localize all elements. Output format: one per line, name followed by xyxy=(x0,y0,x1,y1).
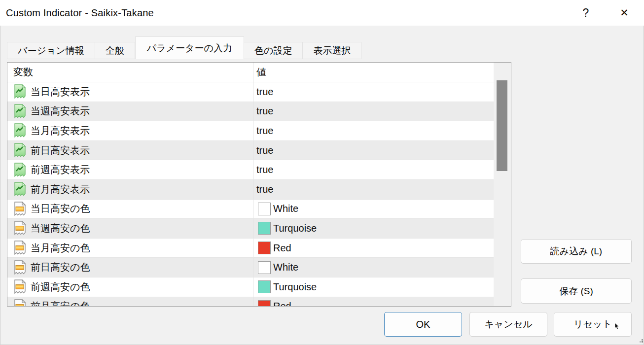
tab-1[interactable]: 全般 xyxy=(95,42,135,59)
close-button[interactable]: ✕ xyxy=(608,0,640,26)
param-value-cell[interactable]: true xyxy=(253,82,511,102)
param-value-label: White xyxy=(273,203,298,214)
custom-indicator-dialog: Custom Indicator - Saikix-Takane ? ✕ バージ… xyxy=(0,0,644,345)
tab-3[interactable]: 色の設定 xyxy=(244,42,303,59)
column-header-value: 値 xyxy=(253,63,511,82)
param-value-label: Red xyxy=(273,301,291,307)
input-color-icon xyxy=(13,299,27,307)
param-name-cell: 前日高安表示 xyxy=(7,143,253,158)
tab-0[interactable]: バージョン情報 xyxy=(7,42,95,59)
input-color-icon xyxy=(13,241,27,255)
input-bool-icon xyxy=(13,182,27,197)
param-value-cell[interactable]: White xyxy=(253,258,511,277)
titlebar: Custom Indicator - Saikix-Takane ? ✕ xyxy=(0,0,644,26)
param-name-cell: 当月高安表示 xyxy=(7,123,253,138)
input-bool-icon xyxy=(13,104,27,119)
load-button[interactable]: 読み込み (L) xyxy=(521,239,632,264)
color-swatch xyxy=(258,300,271,307)
color-swatch xyxy=(258,280,271,293)
param-value-label: true xyxy=(256,105,273,117)
color-swatch xyxy=(258,203,271,215)
param-value-cell[interactable]: true xyxy=(253,102,511,121)
param-name-label: 当日高安の色 xyxy=(31,202,90,215)
table-row[interactable]: 前週高安表示true xyxy=(7,160,511,180)
help-button[interactable]: ? xyxy=(570,0,602,26)
table-row[interactable]: 前週高安の色Turquoise xyxy=(7,277,511,297)
column-header-variable: 変数 xyxy=(7,66,253,79)
param-value-label: true xyxy=(256,145,273,156)
param-name-cell: 当週高安表示 xyxy=(7,104,253,119)
cancel-button[interactable]: キャンセル xyxy=(469,312,547,337)
color-swatch xyxy=(258,222,271,235)
param-value-cell[interactable]: Turquoise xyxy=(253,219,511,238)
ok-button[interactable]: OK xyxy=(384,312,462,337)
table-row[interactable]: 当月高安の色Red xyxy=(7,239,511,258)
table-row[interactable]: 前日高安の色White xyxy=(7,258,511,277)
param-name-cell: 当日高安の色 xyxy=(7,202,253,216)
param-value-cell[interactable]: true xyxy=(253,160,511,179)
param-name-label: 前日高安の色 xyxy=(31,261,90,274)
table-row[interactable]: 前月高安の色Red xyxy=(7,297,511,307)
tab-bar: バージョン情報全般パラメーターの入力色の設定表示選択 xyxy=(7,36,361,59)
resize-grip[interactable] xyxy=(637,339,643,345)
param-value-label: Turquoise xyxy=(273,281,317,293)
input-color-icon xyxy=(13,221,27,236)
param-name-label: 当週高安の色 xyxy=(31,222,90,235)
param-name-label: 前月高安表示 xyxy=(31,183,90,196)
tab-2[interactable]: パラメーターの入力 xyxy=(135,36,244,59)
window-title: Custom Indicator - Saikix-Takane xyxy=(0,7,154,19)
table-row[interactable]: 当月高安表示true xyxy=(7,121,511,141)
param-value-label: true xyxy=(256,164,273,175)
parameters-table: 変数値当日高安表示true当週高安表示true当月高安表示true前日高安表示t… xyxy=(7,63,511,307)
table-row[interactable]: 前日高安表示true xyxy=(7,141,511,161)
param-name-cell: 前日高安の色 xyxy=(7,260,253,275)
param-value-label: Red xyxy=(273,242,291,254)
param-value-cell[interactable]: true xyxy=(253,180,511,199)
param-name-label: 当日高安表示 xyxy=(31,85,90,99)
table-row[interactable]: 前月高安表示true xyxy=(7,180,511,200)
vertical-scrollbar[interactable] xyxy=(494,63,511,306)
param-name-cell: 前週高安表示 xyxy=(7,163,253,177)
param-value-cell[interactable]: Turquoise xyxy=(253,277,511,297)
input-color-icon xyxy=(13,202,27,216)
param-name-cell: 当日高安表示 xyxy=(7,84,253,99)
param-name-cell: 当月高安の色 xyxy=(7,241,253,255)
param-name-label: 当月高安表示 xyxy=(31,124,90,138)
input-bool-icon xyxy=(13,143,27,158)
param-value-cell[interactable]: White xyxy=(253,200,511,219)
param-value-cell[interactable]: Red xyxy=(253,297,511,307)
parameters-panel: 変数値当日高安表示true当週高安表示true当月高安表示true前日高安表示t… xyxy=(7,62,511,307)
table-row[interactable]: 当日高安の色White xyxy=(7,200,511,219)
input-bool-icon xyxy=(13,84,27,99)
param-name-label: 当月高安の色 xyxy=(31,242,90,255)
color-swatch xyxy=(258,261,271,274)
param-name-label: 前月高安の色 xyxy=(31,300,90,307)
param-name-label: 前週高安表示 xyxy=(31,163,90,176)
mouse-cursor-icon xyxy=(614,323,621,330)
param-value-label: true xyxy=(256,125,273,137)
table-header-row: 変数値 xyxy=(7,63,511,82)
param-name-cell: 前月高安表示 xyxy=(7,182,253,197)
input-bool-icon xyxy=(13,123,27,138)
color-swatch xyxy=(258,242,271,254)
param-value-label: White xyxy=(273,262,298,273)
table-row[interactable]: 当週高安表示true xyxy=(7,102,511,122)
table-row[interactable]: 当日高安表示true xyxy=(7,82,511,102)
param-value-cell[interactable]: Red xyxy=(253,239,511,258)
param-name-cell: 当週高安の色 xyxy=(7,221,253,236)
param-value-label: Turquoise xyxy=(273,223,317,234)
tab-4[interactable]: 表示選択 xyxy=(303,42,361,59)
param-value-cell[interactable]: true xyxy=(253,141,511,160)
param-value-cell[interactable]: true xyxy=(253,121,511,140)
input-color-icon xyxy=(13,260,27,275)
table-row[interactable]: 当週高安の色Turquoise xyxy=(7,219,511,239)
param-name-label: 当週高安表示 xyxy=(31,104,90,118)
scrollbar-thumb[interactable] xyxy=(497,80,507,171)
input-bool-icon xyxy=(13,163,27,177)
param-value-label: true xyxy=(256,86,273,98)
input-color-icon xyxy=(13,279,27,294)
param-name-cell: 前週高安の色 xyxy=(7,279,253,294)
param-name-label: 前日高安表示 xyxy=(31,144,90,157)
param-name-cell: 前月高安の色 xyxy=(7,299,253,307)
save-button[interactable]: 保存 (S) xyxy=(521,278,632,304)
